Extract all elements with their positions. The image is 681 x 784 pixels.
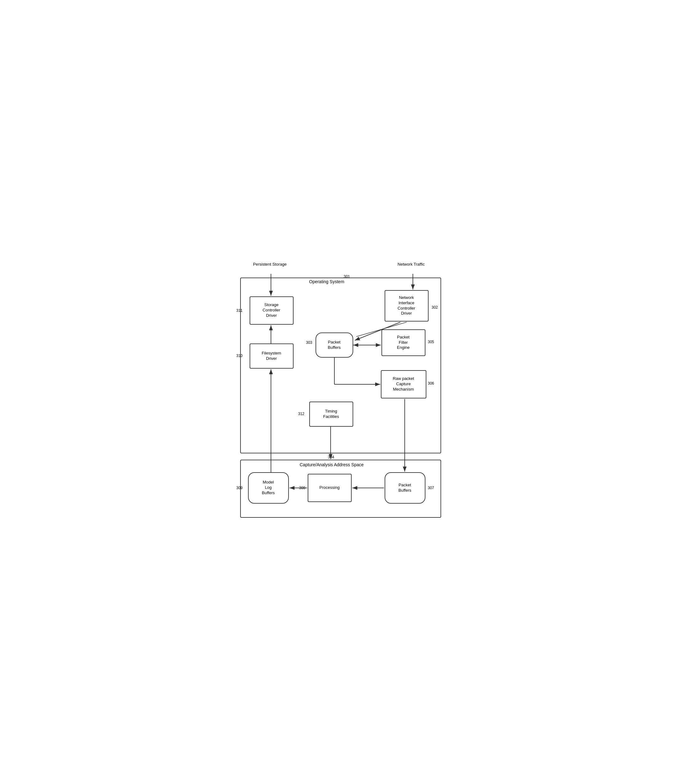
os-region-label: Operating System bbox=[309, 279, 344, 284]
os-ref: 301 bbox=[344, 274, 350, 279]
raw-packet-capture-box: Raw packet Capture Mechanism bbox=[381, 370, 426, 398]
storage-controller-box: Storage Controller Driver bbox=[250, 296, 293, 325]
network-traffic-label: Network Traffic bbox=[391, 262, 432, 266]
model-log-buffers-box: Model Log Buffers bbox=[248, 472, 289, 504]
packet-filter-box: Packet Filter Engine bbox=[382, 329, 425, 356]
storage-controller-ref: 311 bbox=[236, 308, 243, 313]
packet-buffers-os-box: Packet Buffers bbox=[315, 333, 353, 358]
raw-packet-ref: 306 bbox=[428, 381, 434, 386]
processing-box: Processing bbox=[308, 474, 352, 502]
timing-facilities-box: Timing Facilities bbox=[309, 402, 353, 427]
packet-buffers-os-ref: 303 bbox=[306, 341, 312, 345]
timing-ref: 312 bbox=[298, 412, 304, 416]
model-log-ref: 309 bbox=[236, 486, 243, 490]
capture-region-label: Capture/Analysis Address Space bbox=[300, 462, 364, 467]
nic-driver-box: Network Interface Controller Driver bbox=[385, 290, 429, 322]
filesystem-driver-box: Filesystem Driver bbox=[250, 344, 293, 369]
nic-ref: 302 bbox=[432, 305, 438, 310]
filesystem-ref: 310 bbox=[236, 353, 243, 358]
capture-ref: 304 bbox=[328, 455, 334, 459]
packet-filter-ref: 305 bbox=[428, 340, 434, 344]
persistent-storage-label: Persistent Storage bbox=[250, 262, 290, 266]
packet-buffers-capture-ref: 307 bbox=[428, 486, 434, 490]
packet-buffers-capture-box: Packet Buffers bbox=[385, 472, 425, 504]
processing-ref: 308 bbox=[299, 486, 306, 490]
